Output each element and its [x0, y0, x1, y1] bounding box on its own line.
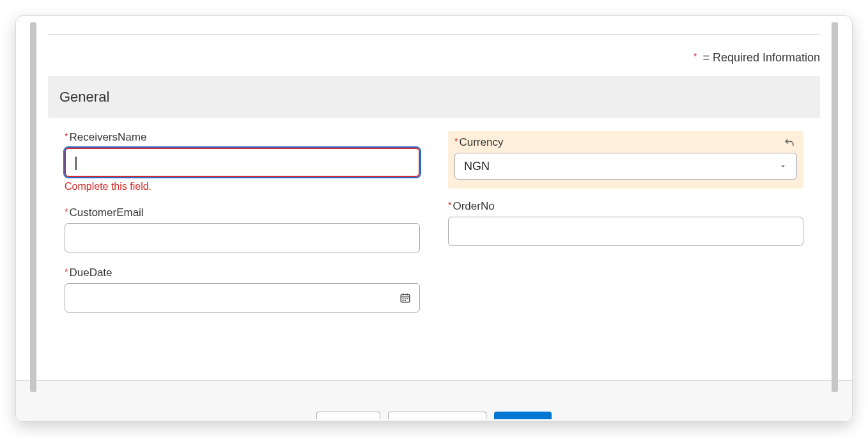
legend-text: = Required Information	[702, 51, 820, 64]
scrollbar-right[interactable]	[832, 22, 838, 392]
currency-select[interactable]: NGN	[454, 153, 797, 180]
calendar-icon	[399, 292, 411, 304]
label-text: CustomerEmail	[69, 206, 143, 219]
section-title: General	[59, 89, 109, 105]
label-customer-email: *CustomerEmail	[65, 206, 420, 219]
scrollbar-left[interactable]	[30, 22, 36, 392]
field-customer-email: *CustomerEmail	[65, 206, 420, 252]
section-header-general: General	[48, 76, 820, 118]
required-asterisk: *	[65, 267, 68, 277]
legend-asterisk: *	[694, 51, 697, 61]
footer-button-2[interactable]	[388, 412, 486, 419]
label-due-date: *DueDate	[65, 267, 420, 279]
undo-icon[interactable]	[783, 136, 796, 149]
label-text: Currency	[459, 136, 503, 148]
required-asterisk: *	[65, 206, 68, 217]
customer-email-input[interactable]	[65, 223, 420, 252]
field-due-date: *DueDate	[65, 267, 420, 313]
field-order-no: *OrderNo	[448, 200, 803, 246]
form-grid: *ReceiversName | Complete this field. *C…	[48, 131, 820, 327]
form-column-left: *ReceiversName | Complete this field. *C…	[65, 131, 420, 327]
date-picker[interactable]	[65, 283, 420, 313]
required-asterisk: *	[454, 136, 458, 146]
due-date-input[interactable]	[65, 283, 420, 313]
label-text: OrderNo	[453, 200, 494, 212]
svg-rect-5	[405, 298, 406, 300]
form-card: * = Required Information General *Receiv…	[15, 15, 853, 422]
order-no-input[interactable]	[448, 217, 803, 246]
field-receivers-name: *ReceiversName | Complete this field.	[65, 131, 420, 192]
divider	[48, 34, 820, 35]
field-currency-highlight: *Currency NGN	[448, 131, 803, 189]
footer-button-1[interactable]	[316, 412, 380, 419]
svg-rect-8	[405, 300, 406, 301]
label-text: DueDate	[69, 267, 112, 279]
required-asterisk: *	[448, 200, 451, 210]
error-receivers-name: Complete this field.	[65, 181, 420, 192]
svg-rect-6	[407, 298, 408, 300]
receivers-name-input[interactable]	[65, 148, 420, 177]
label-order-no: *OrderNo	[448, 200, 803, 213]
form-column-right: *Currency NGN *OrderNo	[448, 131, 803, 327]
footer-button-primary[interactable]	[494, 412, 552, 419]
svg-rect-4	[403, 298, 404, 300]
required-asterisk: *	[65, 131, 68, 141]
input-wrap-receivers-name: |	[65, 148, 420, 177]
required-legend: * = Required Information	[48, 51, 820, 65]
currency-selected-value: NGN	[464, 160, 490, 173]
svg-rect-7	[403, 300, 404, 301]
chevron-down-icon	[779, 162, 787, 171]
footer-bar	[16, 380, 852, 421]
label-text: ReceiversName	[69, 131, 146, 143]
label-currency: *Currency	[454, 136, 797, 149]
content-area: * = Required Information General *Receiv…	[48, 22, 820, 421]
label-receivers-name: *ReceiversName	[65, 131, 420, 144]
